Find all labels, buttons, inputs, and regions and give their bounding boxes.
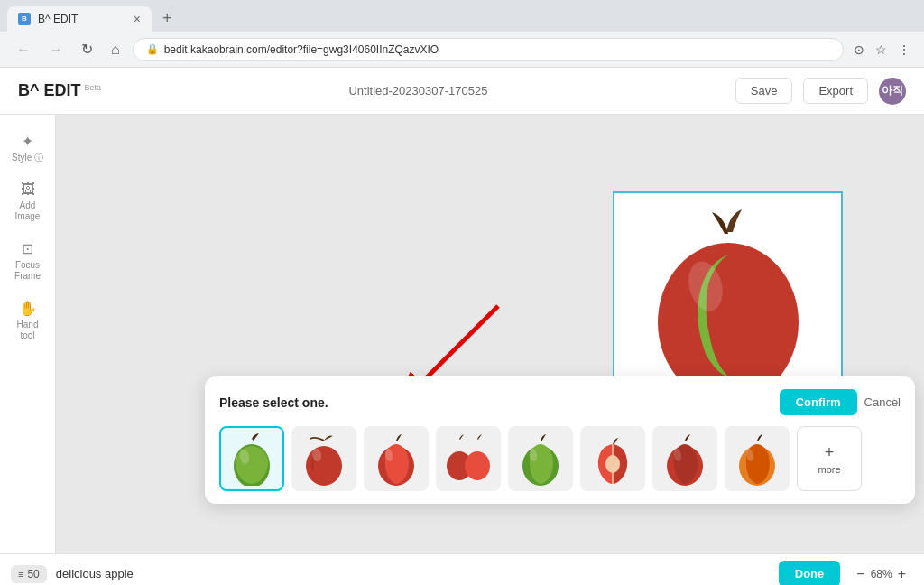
step-badge: ≡ 50 xyxy=(11,565,47,583)
browser-icons: ⊙ ☆ ⋮ xyxy=(851,40,913,60)
forward-button[interactable]: → xyxy=(43,38,69,61)
document-title: Untitled-20230307-170525 xyxy=(101,84,735,98)
sidebar-label-add-image: Add Image xyxy=(9,200,47,222)
thumbnail-3[interactable] xyxy=(364,426,429,491)
done-button[interactable]: Done xyxy=(779,561,841,585)
sidebar-label-style: Style ⓘ xyxy=(12,153,43,163)
thumbnail-8[interactable] xyxy=(725,426,790,491)
panel-actions: Confirm Cancel xyxy=(780,389,901,415)
panel-header: Please select one. Confirm Cancel xyxy=(219,389,901,415)
refresh-button[interactable]: ↻ xyxy=(76,37,98,61)
add-image-icon: 🖼 xyxy=(21,181,35,198)
home-button[interactable]: ⌂ xyxy=(106,38,125,61)
search-input[interactable] xyxy=(56,567,770,580)
header-actions: Save Export 아직 xyxy=(735,78,906,105)
browser-toolbar: ← → ↻ ⌂ 🔒 bedit.kakaobrain.com/editor?fi… xyxy=(0,32,924,67)
style-icon: ✦ xyxy=(22,133,33,150)
canvas-area[interactable]: Please select one. Confirm Cancel xyxy=(56,115,924,553)
active-tab[interactable]: B B^ EDIT × xyxy=(7,6,152,32)
bottom-bar: ≡ 50 Done − 68% + xyxy=(0,553,924,585)
app-logo: B^ EDIT Beta xyxy=(18,81,101,100)
browser-chrome: B B^ EDIT × + ← → ↻ ⌂ 🔒 bedit.kakaobrain… xyxy=(0,0,924,68)
beta-badge: Beta xyxy=(85,83,102,92)
sidebar-item-focus-frame[interactable]: ⊡ Focus Frame xyxy=(4,233,52,289)
logo-text: B^ EDIT xyxy=(18,81,81,100)
app-header: B^ EDIT Beta Untitled-20230307-170525 Sa… xyxy=(0,68,924,115)
panel-title: Please select one. xyxy=(219,395,328,410)
tab-favicon: B xyxy=(18,13,31,25)
thumbnail-5[interactable] xyxy=(508,426,573,491)
cancel-button[interactable]: Cancel xyxy=(864,395,901,409)
star-icon[interactable]: ☆ xyxy=(873,40,890,60)
address-text: bedit.kakaobrain.com/editor?file=gwg3I40… xyxy=(164,43,439,56)
zoom-in-button[interactable]: + xyxy=(898,566,906,582)
back-button[interactable]: ← xyxy=(11,38,36,61)
focus-frame-icon: ⊡ xyxy=(22,240,33,257)
thumbnail-2[interactable] xyxy=(291,426,356,491)
hand-tool-icon: ✋ xyxy=(19,300,37,317)
tab-title: B^ EDIT xyxy=(38,13,78,25)
more-button[interactable]: + more xyxy=(797,426,862,491)
app: B^ EDIT Beta Untitled-20230307-170525 Sa… xyxy=(0,68,924,585)
sidebar-label-hand-tool: Hand tool xyxy=(9,320,47,341)
thumbnail-4[interactable] xyxy=(436,426,501,491)
thumbnails-row: + more xyxy=(219,426,901,491)
zoom-value: 68% xyxy=(871,568,892,580)
tab-close-button[interactable]: × xyxy=(134,12,141,26)
step-number: 50 xyxy=(27,568,39,580)
address-bar[interactable]: 🔒 bedit.kakaobrain.com/editor?file=gwg3I… xyxy=(133,38,844,61)
sidebar-item-style[interactable]: ✦ Style ⓘ xyxy=(4,125,52,171)
sidebar-label-focus-frame: Focus Frame xyxy=(9,260,47,282)
extension-icon[interactable]: ⊙ xyxy=(851,40,867,60)
svg-point-12 xyxy=(465,451,490,480)
main-layout: ✦ Style ⓘ 🖼 Add Image ⊡ Focus Frame ✋ Ha… xyxy=(0,115,924,553)
more-label: more xyxy=(818,464,840,475)
new-tab-button[interactable]: + xyxy=(155,5,180,32)
sidebar-item-add-image[interactable]: 🖼 Add Image xyxy=(4,174,52,229)
apple-main-svg xyxy=(638,205,818,404)
sidebar-item-hand-tool[interactable]: ✋ Hand tool xyxy=(4,292,52,348)
thumbnail-1[interactable] xyxy=(219,426,284,491)
confirm-button[interactable]: Confirm xyxy=(780,389,857,415)
lock-icon: 🔒 xyxy=(146,43,159,55)
step-icon: ≡ xyxy=(18,569,23,580)
save-button[interactable]: Save xyxy=(735,78,793,104)
thumbnail-6[interactable] xyxy=(580,426,645,491)
canvas-content: Please select one. Confirm Cancel xyxy=(56,115,924,553)
browser-tabs: B B^ EDIT × + xyxy=(0,0,924,32)
zoom-out-button[interactable]: − xyxy=(856,566,864,582)
zoom-controls: − 68% + xyxy=(849,566,913,582)
export-button[interactable]: Export xyxy=(803,78,868,104)
user-avatar[interactable]: 아직 xyxy=(879,78,906,105)
thumbnail-7[interactable] xyxy=(652,426,717,491)
sidebar: ✦ Style ⓘ 🖼 Add Image ⊡ Focus Frame ✋ Ha… xyxy=(0,115,56,553)
selection-panel: Please select one. Confirm Cancel xyxy=(205,376,915,504)
more-plus-icon: + xyxy=(825,443,835,462)
more-icon[interactable]: ⋮ xyxy=(895,40,913,60)
